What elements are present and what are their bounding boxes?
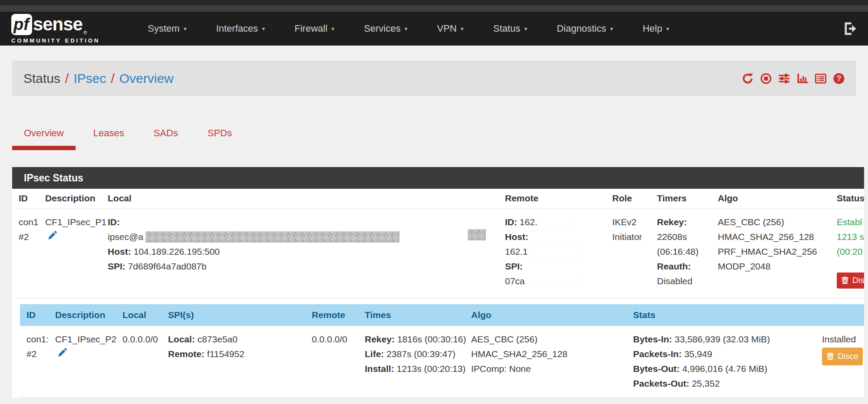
logout-icon[interactable] bbox=[844, 22, 857, 35]
panel-title: IPsec Status bbox=[12, 167, 864, 189]
nav-item-firewall[interactable]: Firewall ▾ bbox=[294, 23, 334, 34]
ike-table-header-row: ID Description Local Remote Role Timers … bbox=[12, 189, 864, 209]
algo-dh-group: MODP_2048 bbox=[718, 259, 824, 274]
algo-encryption: AES_CBC (256) bbox=[471, 332, 620, 347]
rekey-seconds: 22608s bbox=[657, 230, 705, 244]
col-header-timers: Timers bbox=[650, 189, 711, 208]
child-sa-table: ID Description Local SPI(s) Remote Times… bbox=[12, 304, 864, 398]
logo-pf-mark: pf bbox=[11, 14, 32, 35]
child-remote-cell: 0.0.0.0/0 bbox=[305, 326, 358, 397]
ike-role: Initiator bbox=[612, 230, 644, 244]
tab-sads[interactable]: SADs bbox=[142, 124, 190, 150]
disconnect-child-button[interactable]: Disco bbox=[822, 348, 863, 365]
install-label: Install: bbox=[365, 364, 394, 374]
redacted-region bbox=[145, 231, 399, 243]
breadcrumb-link-overview[interactable]: Overview bbox=[119, 71, 174, 86]
nav-item-vpn[interactable]: VPN ▾ bbox=[437, 23, 464, 34]
ike-status-cell: Establ 1213 s (00:20 Dis bbox=[830, 209, 864, 298]
nav-item-label: System bbox=[148, 23, 179, 34]
refresh-icon[interactable] bbox=[742, 73, 753, 84]
window-top-strip bbox=[0, 0, 868, 5]
tab-leases[interactable]: Leases bbox=[82, 124, 136, 150]
ike-description-cell: CF1_IPsec_P1 bbox=[39, 209, 101, 298]
col-header-id: ID bbox=[20, 304, 49, 326]
remote-spi-value: 07ca bbox=[505, 276, 525, 286]
chevron-down-icon: ▾ bbox=[610, 25, 613, 32]
status-uptime-hms: (00:20 bbox=[837, 244, 864, 259]
nav-item-help[interactable]: Help ▾ bbox=[643, 23, 669, 34]
ipsec-status-panel: IPsec Status ID Description Local Remote… bbox=[12, 167, 864, 398]
life-label: Life: bbox=[365, 349, 384, 359]
col-header-algo: Algo bbox=[711, 189, 830, 208]
edit-pencil-icon[interactable] bbox=[58, 348, 67, 357]
col-header-local: Local bbox=[101, 189, 498, 208]
nav-item-system[interactable]: System ▾ bbox=[148, 23, 186, 34]
logo-sense-text: sense bbox=[33, 15, 83, 33]
nav-item-label: Firewall bbox=[294, 23, 327, 34]
nav-item-interfaces[interactable]: Interfaces ▾ bbox=[216, 23, 265, 34]
col-header-actions bbox=[815, 304, 864, 326]
ike-version: IKEv2 bbox=[612, 215, 644, 230]
breadcrumb-separator: / bbox=[111, 71, 114, 86]
child-id: con1: bbox=[26, 332, 42, 347]
packets-out-label: Packets-Out: bbox=[633, 378, 690, 388]
stop-icon[interactable] bbox=[760, 73, 772, 84]
col-header-algo: Algo bbox=[465, 304, 627, 326]
col-header-status: Status bbox=[830, 189, 864, 208]
status-uptime: 1213 s bbox=[837, 230, 864, 244]
col-header-id: ID bbox=[12, 189, 39, 208]
local-spi-value: 7d689f64a7ad087b bbox=[128, 261, 207, 271]
local-id-label: ID: bbox=[108, 217, 120, 227]
local-host-value: 104.189.226.195:500 bbox=[134, 246, 220, 256]
redacted-region bbox=[468, 229, 486, 240]
ike-remote-cell: ID: 162. Host: 162.1 SPI: 07ca bbox=[498, 209, 606, 298]
col-header-remote: Remote bbox=[305, 304, 358, 326]
tab-spds[interactable]: SPDs bbox=[196, 124, 244, 150]
spi-remote-label: Remote: bbox=[168, 349, 205, 359]
ike-timers-cell: Rekey: 22608s (06:16:48) Reauth: Disable… bbox=[650, 209, 711, 298]
remote-host-label: Host: bbox=[505, 232, 528, 242]
child-stats-cell: Bytes-In: 33,586,939 (32.03 MiB) Packets… bbox=[627, 326, 815, 397]
pfsense-logo[interactable]: pf sense ® COMMUNITY EDITION bbox=[11, 14, 100, 44]
life-value: 2387s (00:39:47) bbox=[386, 349, 455, 359]
rekey-label: Rekey: bbox=[365, 334, 395, 344]
redacted-region bbox=[539, 217, 574, 227]
chevron-down-icon: ▾ bbox=[404, 25, 407, 32]
tab-overview[interactable]: Overview bbox=[12, 124, 76, 150]
reauth-label: Reauth: bbox=[657, 261, 691, 271]
remote-spi-label: SPI: bbox=[505, 261, 523, 271]
nav-item-diagnostics[interactable]: Diagnostics ▾ bbox=[557, 23, 613, 34]
spi-local-value: c873e5a0 bbox=[198, 334, 238, 344]
tab-leases-label[interactable]: Leases bbox=[82, 124, 136, 150]
ike-table: ID Description Local Remote Role Timers … bbox=[12, 189, 864, 398]
breadcrumb-link-ipsec[interactable]: IPsec bbox=[73, 71, 106, 86]
rekey-label: Rekey: bbox=[657, 217, 687, 227]
table-row: con1 #2 CF1_IPsec_P1 ID: ipsec@a Host: 1… bbox=[12, 209, 864, 299]
tab-sads-label[interactable]: SADs bbox=[142, 124, 190, 150]
nav-item-label: VPN bbox=[437, 23, 457, 34]
nav-item-label: Services bbox=[364, 23, 400, 34]
nav-item-label: Diagnostics bbox=[557, 23, 606, 34]
rekey-value: 1816s (00:30:16) bbox=[397, 334, 466, 344]
status-established: Establ bbox=[837, 215, 864, 230]
nav-item-status[interactable]: Status ▾ bbox=[493, 23, 527, 34]
ike-role-cell: IKEv2 Initiator bbox=[606, 209, 650, 298]
bytes-out-label: Bytes-Out: bbox=[633, 364, 680, 374]
bar-chart-icon[interactable] bbox=[797, 73, 808, 84]
packets-out-value: 25,352 bbox=[692, 378, 719, 388]
sliders-icon[interactable] bbox=[779, 73, 790, 84]
ike-id: con1 bbox=[19, 215, 32, 230]
col-header-remote: Remote bbox=[498, 189, 606, 208]
algo-encryption: AES_CBC (256) bbox=[718, 215, 824, 230]
nav-item-services[interactable]: Services ▾ bbox=[364, 23, 407, 34]
tab-spds-label[interactable]: SPDs bbox=[196, 124, 244, 150]
algo-integrity: HMAC_SHA2_256_128 bbox=[471, 347, 620, 361]
tab-overview-label[interactable]: Overview bbox=[12, 124, 76, 150]
spi-remote-value: f1154952 bbox=[207, 349, 244, 359]
disconnect-button[interactable]: Dis bbox=[837, 273, 864, 289]
log-icon[interactable] bbox=[815, 73, 826, 84]
help-icon[interactable]: ? bbox=[833, 73, 845, 84]
bytes-out-value: 4,996,016 (4.76 MiB) bbox=[682, 364, 767, 374]
edit-pencil-icon[interactable] bbox=[48, 230, 57, 240]
chevron-down-icon: ▾ bbox=[184, 25, 187, 32]
